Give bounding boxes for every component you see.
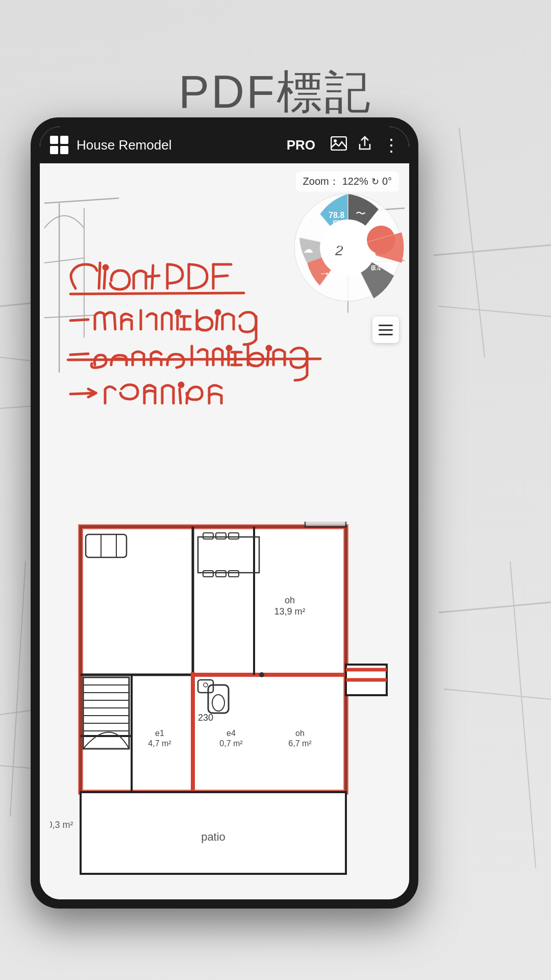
svg-text:✏: ✏ [333, 216, 342, 229]
floorplan: 230 oh 13,9 m² 4,7 m² [50, 522, 397, 879]
zoom-bar: Zoom： 122% ↻ 0° [296, 172, 399, 191]
svg-point-50 [176, 310, 180, 314]
svg-line-49 [70, 320, 88, 321]
svg-text:e4: e4 [227, 729, 236, 738]
svg-point-110 [259, 672, 264, 677]
svg-line-45 [147, 276, 159, 277]
app-logo [50, 136, 68, 154]
zoom-value: 122% [342, 176, 368, 187]
svg-point-61 [179, 383, 183, 387]
svg-line-7 [439, 602, 551, 612]
image-icon[interactable] [331, 136, 347, 154]
svg-text:☁: ☁ [303, 243, 313, 255]
pro-badge: PRO [287, 137, 315, 153]
svg-rect-13 [331, 137, 346, 150]
menu-line-2 [379, 329, 393, 331]
svg-line-12 [510, 561, 536, 868]
app-title: House Remodel [77, 137, 287, 153]
svg-line-4 [439, 306, 551, 316]
svg-text:≡: ≡ [371, 262, 377, 273]
svg-point-44 [104, 265, 108, 270]
svg-line-59 [68, 359, 320, 360]
svg-text:230: 230 [198, 713, 213, 723]
svg-line-54 [70, 354, 88, 355]
svg-text:6,7 m²: 6,7 m² [288, 739, 312, 748]
svg-text:10,3 m²: 10,3 m² [50, 820, 73, 830]
zoom-label: Zoom： [303, 175, 339, 188]
phone-screen: House Remodel PRO [40, 127, 409, 899]
svg-text:4,7 m²: 4,7 m² [148, 739, 171, 748]
svg-point-58 [267, 346, 271, 350]
svg-point-53 [216, 310, 220, 314]
svg-line-36 [44, 198, 119, 203]
svg-point-55 [227, 346, 231, 350]
svg-text:oh: oh [295, 729, 305, 738]
svg-line-10 [459, 128, 485, 357]
svg-rect-87 [191, 672, 195, 677]
menu-line-3 [379, 334, 393, 335]
svg-text:8.78: 8.78 [329, 274, 344, 282]
radial-menu[interactable]: 78.8 8.78 7.2 8.4 ✏ 〜 ◑ ≡ [292, 191, 404, 304]
top-bar: House Remodel PRO [40, 127, 409, 163]
page-title: PDF標記 [0, 61, 551, 124]
svg-text:◑: ◑ [367, 250, 377, 263]
svg-text:13,9 m²: 13,9 m² [274, 606, 305, 617]
radial-menu-svg: 78.8 8.78 7.2 8.4 ✏ 〜 ◑ ≡ [292, 191, 404, 304]
menu-line-1 [379, 325, 393, 326]
svg-line-47 [213, 276, 228, 277]
svg-rect-74 [305, 522, 346, 527]
svg-line-3 [434, 245, 551, 255]
share-icon[interactable] [357, 136, 372, 155]
menu-button[interactable] [372, 316, 399, 343]
content-area: Zoom： 122% ↻ 0° [40, 163, 409, 899]
svg-point-14 [334, 139, 337, 142]
phone-frame: House Remodel PRO [31, 117, 418, 909]
svg-text:→: → [318, 266, 331, 280]
svg-line-48 [70, 293, 244, 294]
svg-line-8 [444, 689, 551, 699]
svg-text:e1: e1 [155, 729, 164, 738]
svg-line-11 [10, 561, 26, 817]
zoom-rotation-icon: ↻ [371, 176, 379, 187]
svg-text:patio: patio [201, 830, 226, 843]
more-icon[interactable]: ⋮ [383, 135, 399, 155]
svg-text:oh: oh [285, 595, 295, 605]
zoom-angle: 0° [382, 176, 392, 187]
svg-rect-62 [81, 527, 346, 792]
svg-text:〜: 〜 [356, 208, 366, 219]
svg-text:0,7 m²: 0,7 m² [219, 739, 243, 748]
